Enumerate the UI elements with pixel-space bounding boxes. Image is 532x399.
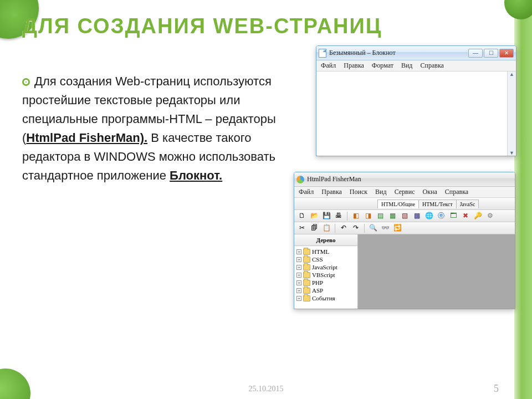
tab[interactable]: HTML/Общие [377, 200, 419, 208]
tree-item[interactable]: +События [296, 294, 355, 302]
notepad-textarea[interactable] [316, 71, 516, 156]
expand-icon[interactable]: + [296, 265, 301, 270]
htmlpad-toolbar-1: 🗋 📂 💾 🖶 ◧ ◨ ▤ ▦ ▧ ▩ 🌐 ⓔ 🗔 ✖ 🔑 ⚙ [294, 210, 515, 222]
tree-label: CSS [312, 256, 323, 263]
tree-label: JavaScript [312, 264, 337, 270]
editor-pane[interactable] [358, 234, 515, 309]
tool-icon[interactable]: ▦ [387, 211, 398, 221]
menu-item[interactable]: Формат [372, 62, 393, 70]
folder-icon [303, 257, 310, 263]
slide-title: ДЛЯ СОЗДАНИЯ WEB-СТРАНИЦ [22, 14, 382, 38]
save-all-icon[interactable]: 🖶 [333, 211, 344, 221]
folder-icon [303, 264, 310, 270]
cut-icon[interactable]: ✂ [296, 223, 308, 233]
separator [347, 212, 347, 221]
body-link-notepad: Блокнот. [170, 168, 222, 182]
scrollbar[interactable] [507, 71, 516, 156]
save-icon[interactable]: 💾 [321, 211, 332, 221]
tool-icon[interactable]: 🗔 [448, 211, 459, 221]
open-file-icon[interactable]: 📂 [309, 211, 320, 221]
replace-icon[interactable]: 🔁 [392, 223, 403, 233]
tree-pane: Дерево +HTML +CSS +JavaScript +VBScript … [294, 234, 358, 309]
tree-title: Дерево [294, 234, 357, 246]
folder-icon [303, 295, 310, 301]
notepad-menubar: Файл Правка Формат Вид Справка [316, 60, 516, 71]
menu-item[interactable]: Правка [344, 62, 364, 70]
tree-label: PHP [312, 279, 323, 286]
menu-item[interactable]: Файл [299, 188, 314, 196]
tree-label: HTML [312, 248, 329, 255]
tab[interactable]: HTML/Текст [418, 200, 457, 208]
htmlpad-tabstrip: HTML/Общие HTML/Текст JavaSc [294, 198, 515, 210]
tool-icon[interactable]: ◧ [350, 211, 361, 221]
htmlpad-menubar: Файл Правка Поиск Вид Сервис Окна Справк… [294, 187, 515, 198]
menu-item[interactable]: Правка [321, 188, 342, 196]
menu-item[interactable]: Файл [321, 62, 336, 70]
expand-icon[interactable]: + [296, 280, 301, 285]
expand-icon[interactable]: + [296, 257, 301, 262]
menu-item[interactable]: Справка [420, 62, 443, 70]
tree-item[interactable]: +JavaScript [296, 263, 355, 271]
expand-icon[interactable]: + [296, 296, 301, 301]
menu-item[interactable]: Окна [423, 188, 437, 196]
folder-icon [303, 280, 310, 286]
folder-icon [303, 272, 310, 278]
bullet-icon [22, 78, 30, 86]
tree-list: +HTML +CSS +JavaScript +VBScript +PHP +A… [294, 246, 357, 304]
binoculars-icon[interactable]: 👓 [380, 223, 391, 233]
find-icon[interactable]: 🔍 [367, 223, 378, 233]
body-link-htmlpad: HtmlPad FisherMan). [26, 131, 147, 145]
tree-item[interactable]: +PHP [296, 279, 355, 287]
new-file-icon[interactable]: 🗋 [296, 211, 308, 221]
minimize-button[interactable]: — [468, 49, 483, 58]
tree-label: VBScript [312, 272, 335, 278]
tree-item[interactable]: +CSS [296, 255, 355, 263]
paste-icon[interactable]: 📋 [321, 223, 332, 233]
menu-item[interactable]: Сервис [395, 188, 415, 196]
htmlpad-title-text: HtmlPad FisherMan [307, 175, 513, 183]
notepad-titlebar[interactable]: Безымянный – Блокнот — ☐ ✕ [316, 46, 516, 60]
close-button[interactable]: ✕ [499, 49, 514, 58]
tool-icon[interactable]: ▤ [375, 211, 386, 221]
expand-icon[interactable]: + [296, 249, 301, 254]
htmlpad-toolbar-2: ✂ 🗐 📋 ↶ ↷ 🔍 👓 🔁 [294, 222, 515, 234]
htmlpad-titlebar[interactable]: HtmlPad FisherMan [294, 172, 515, 187]
folder-icon [303, 288, 310, 294]
folder-icon [303, 249, 310, 255]
app-icon [296, 176, 304, 183]
tree-item[interactable]: +VBScript [296, 271, 355, 279]
tool-icon[interactable]: ▧ [399, 211, 410, 221]
tool-icon[interactable]: ◨ [362, 211, 374, 221]
menu-item[interactable]: Справка [445, 188, 468, 196]
separator [364, 224, 365, 233]
maximize-button[interactable]: ☐ [484, 49, 498, 58]
tree-label: События [312, 295, 335, 301]
redo-icon[interactable]: ↷ [350, 223, 361, 233]
undo-icon[interactable]: ↶ [338, 223, 349, 233]
htmlpad-window: HtmlPad FisherMan Файл Правка Поиск Вид … [294, 172, 515, 309]
decor-corner-bottom-left [0, 369, 30, 399]
ie-icon[interactable]: ⓔ [436, 211, 447, 221]
globe-icon[interactable]: 🌐 [423, 211, 434, 221]
slide-body: Для создания Web-страниц используются пр… [22, 72, 288, 186]
menu-item[interactable]: Вид [401, 62, 413, 70]
footer-page-number: 5 [494, 383, 499, 395]
tree-label: ASP [312, 287, 323, 294]
expand-icon[interactable]: + [296, 273, 301, 278]
menu-item[interactable]: Вид [375, 188, 387, 196]
menu-item[interactable]: Поиск [350, 188, 367, 196]
expand-icon[interactable]: + [296, 288, 301, 293]
decor-right-band [514, 0, 532, 399]
notepad-title-text: Безымянный – Блокнот [329, 49, 468, 57]
document-icon [319, 49, 326, 58]
tree-item[interactable]: +HTML [296, 248, 355, 255]
tool-icon[interactable]: ✖ [460, 211, 471, 221]
separator [335, 224, 335, 233]
footer-date: 25.10.2015 [249, 385, 284, 393]
tab[interactable]: JavaSc [456, 200, 479, 208]
tool-icon[interactable]: ▩ [411, 211, 422, 221]
copy-icon[interactable]: 🗐 [309, 223, 320, 233]
tree-item[interactable]: +ASP [296, 287, 355, 294]
tool-icon[interactable]: ⚙ [484, 211, 495, 221]
key-icon[interactable]: 🔑 [472, 211, 483, 221]
